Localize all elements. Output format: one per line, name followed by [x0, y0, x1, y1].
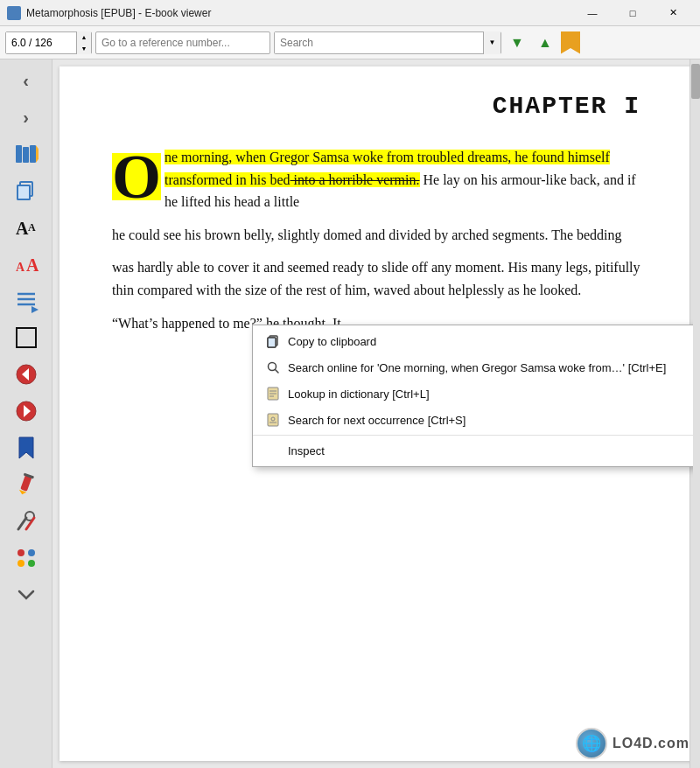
body-text-2: y arched segments. The bedding [441, 227, 621, 242]
inspect-menu-label: Inspect [288, 444, 325, 457]
toolbar: ▲ ▼ ▼ ▼ ▲ [0, 26, 700, 59]
tools-button[interactable] [6, 504, 46, 539]
svg-rect-41 [268, 414, 278, 426]
context-menu-item-inspect[interactable]: Inspect [253, 437, 693, 464]
svg-rect-16 [17, 328, 36, 347]
nav-prev-button[interactable]: ▲ [533, 31, 557, 54]
dictionary-menu-label: Lookup in dictionary [Ctrl+L] [288, 387, 430, 401]
context-menu-item-copy[interactable]: Copy to clipboard [253, 328, 693, 354]
sidebar: ‹ › A A [0, 59, 52, 768]
strikethrough-text: into a horrible vermin. [290, 172, 420, 187]
next-page-icon [14, 399, 38, 423]
context-menu-item-search-online[interactable]: Search online for 'One morning, when Gre… [253, 354, 693, 381]
highlight-button[interactable] [6, 467, 46, 502]
copy-menu-icon [265, 333, 281, 349]
close-button[interactable]: ✕ [653, 0, 693, 26]
context-menu-divider [253, 435, 693, 436]
content-wrapper: CHAPTER I One morning, when Gregor Samsa… [52, 59, 700, 768]
watermark-text: LO4D.com [612, 736, 690, 751]
svg-rect-3 [30, 145, 36, 163]
search-next-menu-icon [265, 412, 281, 428]
svg-rect-2 [23, 147, 29, 163]
svg-text:A: A [26, 255, 38, 275]
svg-point-30 [18, 560, 24, 567]
svg-rect-34 [268, 338, 276, 347]
library-icon [14, 142, 38, 166]
back-icon: ‹ [23, 71, 29, 91]
reference-input[interactable] [95, 31, 270, 54]
highlight-icon [14, 472, 38, 497]
svg-text:A: A [16, 219, 29, 238]
bookmark-toolbar-button[interactable] [561, 31, 580, 54]
maximize-button[interactable]: □ [612, 0, 653, 26]
inspect-menu-icon [265, 443, 281, 458]
svg-point-31 [28, 560, 35, 567]
svg-line-25 [18, 518, 26, 529]
third-paragraph: was hardly able to cover it and seemed r… [112, 256, 640, 301]
context-menu: Copy to clipboard Search online for 'One… [252, 325, 693, 467]
dictionary-menu-icon [265, 386, 281, 401]
scrollbar-thumb[interactable] [691, 64, 700, 99]
title-bar: Metamorphosis [EPUB] - E-book viewer — □… [0, 0, 700, 26]
watermark-globe-icon: 🌐 [576, 728, 607, 759]
bookmark-sidebar-button[interactable] [6, 430, 46, 465]
svg-text:A: A [28, 221, 36, 234]
forward-icon: › [23, 108, 29, 128]
back-button[interactable]: ‹ [6, 63, 46, 98]
page-input[interactable] [6, 32, 76, 53]
font-decrease-button[interactable]: A A [6, 247, 46, 282]
font-increase-button[interactable]: A A [6, 210, 46, 245]
title-bar-left: Metamorphosis [EPUB] - E-book viewer [7, 6, 211, 20]
font-decrease-icon: A A [14, 252, 38, 276]
context-menu-item-dictionary[interactable]: Lookup in dictionary [Ctrl+L] [253, 381, 693, 407]
forward-button[interactable]: › [6, 100, 46, 135]
svg-marker-21 [19, 437, 33, 458]
second-paragraph: he could see his brown belly, slightly d… [112, 224, 640, 247]
copy-sidebar-icon [14, 178, 38, 203]
window-controls: — □ ✕ [572, 0, 693, 26]
chapter-title: CHAPTER I [112, 93, 640, 120]
window-title: Metamorphosis [EPUB] - E-book viewer [26, 7, 211, 19]
app-icon [7, 6, 21, 20]
prev-page-button[interactable] [6, 357, 46, 392]
main-layout: ‹ › A A [0, 59, 700, 768]
drop-cap: O [112, 153, 161, 200]
tools-icon [14, 509, 38, 534]
search-input[interactable] [275, 32, 483, 53]
search-wrap: ▼ [274, 31, 501, 54]
copy-button[interactable] [6, 173, 46, 208]
context-menu-item-search-next[interactable]: Search for next occurrence [Ctrl+S] [253, 407, 693, 433]
nav-next-button[interactable]: ▼ [505, 31, 529, 54]
preferences-button[interactable] [6, 541, 46, 576]
page-spinner-up[interactable]: ▲ [77, 31, 91, 43]
svg-marker-15 [32, 306, 38, 313]
page-spinner-down[interactable]: ▼ [77, 43, 91, 54]
content-area: CHAPTER I One morning, when Gregor Samsa… [60, 66, 693, 761]
more-button[interactable] [6, 577, 46, 612]
svg-point-29 [28, 549, 35, 556]
fullscreen-icon [14, 325, 38, 350]
toc-button[interactable] [6, 283, 46, 318]
copy-menu-label: Copy to clipboard [288, 335, 376, 348]
watermark: 🌐 LO4D.com [576, 728, 690, 759]
library-button[interactable] [6, 136, 46, 171]
page-spinner: ▲ ▼ [76, 31, 91, 54]
search-next-menu-label: Search for next occurrence [Ctrl+S] [288, 414, 466, 427]
search-dropdown-button[interactable]: ▼ [483, 31, 500, 54]
svg-line-36 [276, 370, 279, 374]
prev-page-icon [14, 362, 38, 387]
book-text: One morning, when Gregor Samsa woke from… [112, 146, 640, 334]
minimize-button[interactable]: — [572, 0, 612, 26]
svg-marker-4 [36, 145, 38, 163]
search-online-menu-label: Search online for 'One morning, when Gre… [288, 361, 666, 374]
next-page-button[interactable] [6, 394, 46, 429]
svg-point-28 [18, 549, 24, 556]
svg-rect-1 [16, 145, 22, 163]
more-icon [14, 583, 38, 607]
preferences-icon [14, 546, 38, 570]
font-increase-icon: A A [14, 215, 38, 240]
bookmark-sidebar-icon [14, 436, 38, 460]
svg-rect-0 [9, 8, 19, 18]
fullscreen-button[interactable] [6, 320, 46, 355]
toc-icon [14, 289, 38, 313]
